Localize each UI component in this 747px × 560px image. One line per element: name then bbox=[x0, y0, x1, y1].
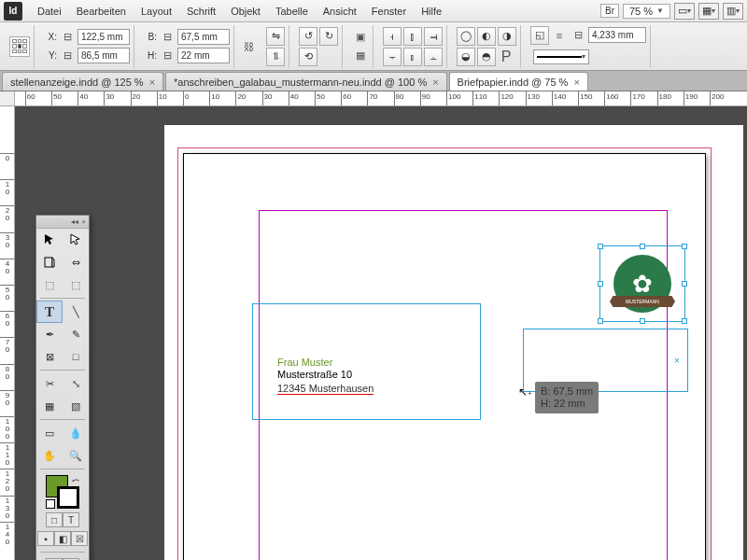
gap-tool[interactable]: ⇔ bbox=[63, 251, 89, 273]
dimensions-tooltip: B: 67,5 mm H: 22 mm bbox=[535, 382, 599, 413]
y-input[interactable]: 86,5 mm bbox=[78, 48, 130, 63]
rotate-180-button[interactable]: ⟲ bbox=[299, 48, 317, 66]
fill-stroke-swatch[interactable]: ⤺ bbox=[46, 475, 79, 509]
none-mode-button[interactable]: ☒ bbox=[71, 531, 88, 546]
stroke-swatch[interactable] bbox=[57, 486, 79, 509]
recipient-name: Frau Muster bbox=[277, 357, 480, 368]
arrange-button[interactable]: ▦▾ bbox=[698, 3, 719, 20]
menu-layout[interactable]: Layout bbox=[134, 0, 179, 22]
link-icon[interactable]: ⊟ bbox=[59, 29, 76, 46]
flip-h-button[interactable]: ⇋ bbox=[266, 27, 285, 46]
panel-header[interactable]: ◂◂× bbox=[36, 216, 89, 229]
ruler-vertical[interactable]: 0102030405060708090100110120130140 bbox=[0, 106, 15, 560]
svg-rect-0 bbox=[45, 258, 52, 267]
logo-icon: ✿ MUSTERMANN bbox=[613, 255, 671, 313]
align-bot-button[interactable]: ⫠ bbox=[424, 48, 443, 66]
flip-v-button[interactable]: ⥮ bbox=[266, 48, 285, 66]
content-placer-tool[interactable]: ⬚ bbox=[63, 273, 89, 296]
hand-tool[interactable]: ✋ bbox=[36, 444, 63, 467]
gradient-mode-button[interactable]: ◧ bbox=[54, 531, 71, 546]
tab-anschreiben[interactable]: *anschreiben_galabau_mustermann-neu.indd… bbox=[165, 72, 447, 91]
close-icon[interactable]: × bbox=[432, 77, 438, 88]
workarea: 6050403020100102030405060708090100110120… bbox=[0, 91, 747, 560]
content-collector-tool[interactable]: ⬚ bbox=[36, 273, 63, 296]
stroke-weight-input[interactable]: 4,233 mm bbox=[588, 27, 646, 43]
rotate-ccw-button[interactable]: ↺ bbox=[299, 27, 317, 46]
zoom-tool[interactable]: 🔍 bbox=[63, 444, 89, 467]
canvas[interactable]: Frau Muster Musterstraße 10 12345 Muster… bbox=[15, 106, 747, 560]
menu-tabelle[interactable]: Tabelle bbox=[268, 0, 316, 22]
menu-hilfe[interactable]: Hilfe bbox=[414, 0, 449, 22]
pen-tool[interactable]: ✒ bbox=[36, 323, 63, 345]
swap-icon[interactable]: ⤺ bbox=[72, 475, 79, 485]
wrap-bbox-button[interactable]: ◐ bbox=[477, 27, 496, 46]
note-tool[interactable]: ▭ bbox=[36, 422, 63, 444]
ruler-origin[interactable] bbox=[0, 91, 15, 106]
close-icon[interactable]: × bbox=[149, 77, 155, 88]
chevron-down-icon: ▾ bbox=[582, 52, 585, 61]
wrap-shape-button[interactable]: ◑ bbox=[498, 27, 516, 46]
eyedropper-tool[interactable]: 💧 bbox=[63, 422, 89, 444]
align-top-button[interactable]: ⫟ bbox=[383, 48, 402, 66]
menu-objekt[interactable]: Objekt bbox=[223, 0, 268, 22]
apply-container-button[interactable]: □ bbox=[46, 512, 63, 527]
tab-label: stellenanzeige.indd @ 125 % bbox=[10, 77, 144, 88]
tools-panel[interactable]: ◂◂× ⇔ ⬚ ⬚ T ╲ ✒ ✎ ⊠ □ ✂ ⤡ ▦ ▧ ▭ 💧 ✋ 🔍 bbox=[35, 215, 90, 560]
recipient-street: Musterstraße 10 bbox=[277, 368, 480, 382]
direct-selection-tool[interactable] bbox=[63, 229, 89, 251]
ruler-horizontal[interactable]: 6050403020100102030405060708090100110120… bbox=[15, 91, 747, 106]
page-tool[interactable] bbox=[36, 251, 63, 273]
tab-stellenanzeige[interactable]: stellenanzeige.indd @ 125 %× bbox=[2, 72, 163, 91]
type-tool[interactable]: T bbox=[36, 301, 63, 323]
wrap-none-button[interactable]: ◯ bbox=[457, 27, 475, 46]
address-frame[interactable]: Frau Muster Musterstraße 10 12345 Muster… bbox=[252, 303, 481, 420]
rectangle-frame-tool[interactable]: ⊠ bbox=[36, 345, 63, 368]
x-input[interactable]: 122,5 mm bbox=[78, 29, 130, 45]
collapse-icon[interactable]: ◂◂ bbox=[71, 217, 78, 226]
rectangle-tool[interactable]: □ bbox=[63, 345, 89, 368]
stroke-style-select[interactable]: ▾ bbox=[533, 49, 589, 64]
anchor-icon: × bbox=[672, 356, 682, 365]
constrain-icon[interactable]: ⛓ bbox=[240, 38, 257, 55]
menu-schrift[interactable]: Schrift bbox=[179, 0, 223, 22]
tooltip-height: H: 22 mm bbox=[541, 398, 593, 410]
wrap-jump-button[interactable]: ◒ bbox=[457, 48, 475, 66]
align-center-button[interactable]: ⫿ bbox=[403, 27, 422, 46]
menu-datei[interactable]: Datei bbox=[30, 0, 69, 22]
menu-bearbeiten[interactable]: Bearbeiten bbox=[69, 0, 134, 22]
recipient-city: 12345 Musterhausen bbox=[277, 382, 480, 396]
rotate-cw-button[interactable]: ↻ bbox=[319, 27, 338, 46]
default-colors-icon[interactable] bbox=[46, 499, 55, 509]
close-icon[interactable]: × bbox=[573, 77, 579, 88]
gradient-swatch-tool[interactable]: ▦ bbox=[36, 395, 63, 417]
selection-tool[interactable] bbox=[36, 229, 63, 251]
tab-briefpapier[interactable]: Briefpapier.indd @ 75 %× bbox=[449, 72, 588, 91]
bridge-button[interactable]: Br bbox=[600, 4, 619, 18]
gradient-feather-tool[interactable]: ▧ bbox=[63, 395, 89, 417]
page[interactable]: Frau Muster Musterstraße 10 12345 Muster… bbox=[183, 153, 706, 560]
align-mid-button[interactable]: ⫾ bbox=[403, 48, 422, 66]
height-input[interactable]: 22 mm bbox=[177, 48, 230, 63]
free-transform-tool[interactable]: ⤡ bbox=[63, 372, 89, 395]
fit-icon[interactable]: ▣ bbox=[352, 29, 369, 46]
wrap-col-button[interactable]: ◓ bbox=[477, 48, 496, 66]
scissors-tool[interactable]: ✂ bbox=[36, 372, 63, 395]
align-right-button[interactable]: ⫤ bbox=[424, 27, 443, 46]
align-left-button[interactable]: ⫞ bbox=[383, 27, 402, 46]
corner-button[interactable]: ◱ bbox=[530, 26, 549, 45]
width-input[interactable]: 67,5 mm bbox=[177, 29, 230, 45]
close-icon[interactable]: × bbox=[81, 217, 86, 226]
pencil-tool[interactable]: ✎ bbox=[63, 323, 89, 345]
workspace-button[interactable]: ▥▾ bbox=[723, 3, 743, 20]
zoom-selector[interactable]: 75 %▼ bbox=[623, 4, 670, 19]
menu-ansicht[interactable]: Ansicht bbox=[316, 0, 364, 22]
logo-frame[interactable]: ✿ MUSTERMANN bbox=[599, 245, 685, 322]
document-tabs: stellenanzeige.indd @ 125 %× *anschreibe… bbox=[0, 71, 747, 91]
menu-fenster[interactable]: Fenster bbox=[364, 0, 414, 22]
apply-text-button[interactable]: T bbox=[63, 512, 79, 527]
fill-icon[interactable]: ▦ bbox=[352, 48, 369, 64]
line-tool[interactable]: ╲ bbox=[63, 301, 89, 323]
screen-mode-button[interactable]: ▭▾ bbox=[674, 3, 695, 20]
color-mode-button[interactable]: ▪ bbox=[37, 531, 54, 546]
reference-point[interactable] bbox=[9, 36, 30, 57]
